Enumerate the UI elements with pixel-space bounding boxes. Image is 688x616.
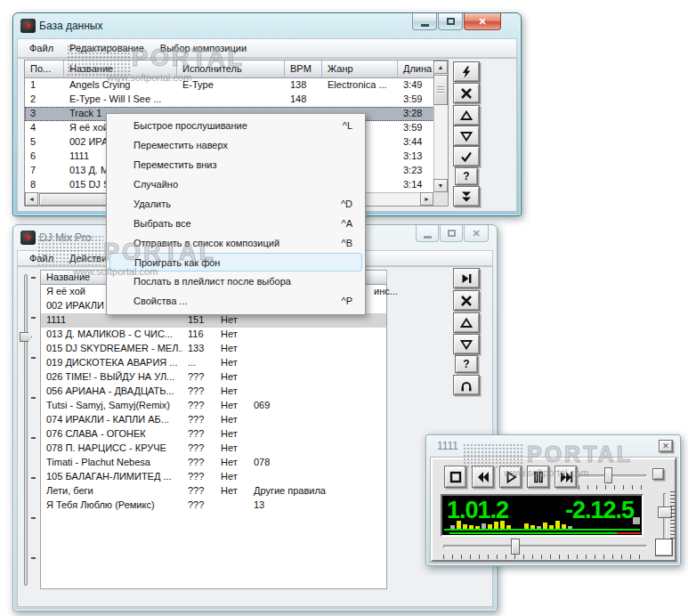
close-x-icon [460, 295, 473, 307]
fast-forward-button[interactable] [554, 466, 577, 488]
column-header-1[interactable]: Название [64, 61, 177, 78]
toolbar-button-dbl-down[interactable] [453, 186, 480, 207]
column-header-5[interactable]: Длина [398, 61, 434, 78]
column-header-2[interactable]: Исполнитель [177, 61, 285, 78]
minimize-button[interactable] [416, 225, 439, 242]
toolbar-button-tri-down[interactable] [453, 334, 480, 354]
maximize-button[interactable] [440, 225, 463, 242]
scrollbar-thumb[interactable] [433, 75, 448, 105]
column-header-0[interactable]: По... [25, 61, 64, 78]
close-button[interactable]: ✕ [464, 13, 501, 30]
maximize-button[interactable] [438, 13, 463, 30]
loop-toggle[interactable] [655, 539, 673, 556]
table-row[interactable]: Я Тебя Люблю (Ремикс)???13 [41, 498, 386, 513]
context-menu-item[interactable]: Быстрое прослушивание^L [107, 116, 365, 135]
cell-pos: 6 [25, 150, 64, 164]
table-row[interactable]: 013 Д. МАЛИКОВ - С ЧИС...116Нет [41, 328, 386, 342]
table-row[interactable]: 015 DJ SKYDREAMER - МЕЛ...133Нет [41, 342, 386, 356]
toolbar-button-check[interactable] [453, 146, 480, 166]
cell-name: Angels Crying [64, 78, 177, 93]
column-header-4[interactable]: Жанр [322, 61, 398, 78]
close-button[interactable]: ✕ [659, 440, 673, 452]
menu-item-Редактирование[interactable]: Редактирование [61, 43, 152, 53]
context-menu-item[interactable]: Отправить в список композиций^B [107, 233, 365, 253]
seek-slider[interactable] [443, 545, 647, 548]
toolbar-button-help[interactable]: ? [455, 355, 478, 373]
cell-name: Tutsi - Samyj, Samyj(Remix) [41, 399, 182, 413]
toolbar-button-tri-up[interactable] [453, 312, 480, 333]
cell-bpm: ??? [182, 456, 215, 470]
column-header-3[interactable]: BPM [285, 61, 322, 78]
toolbar-button-close-x[interactable] [453, 83, 480, 103]
stop-button[interactable] [444, 466, 466, 488]
table-row[interactable]: 076 СЛАВА - ОГОНЕК???Нет [41, 427, 386, 442]
close-button[interactable]: ✕ [464, 225, 489, 242]
cell-bpm: ??? [182, 484, 215, 498]
pause-button[interactable] [527, 466, 549, 488]
menu-item-Файл[interactable]: Файл [21, 253, 61, 263]
cell-extra [248, 442, 387, 456]
context-menu-item[interactable]: Проиграть как фон [109, 253, 362, 272]
slider-ticks [579, 485, 647, 490]
table-row[interactable]: 1111151Нет [41, 313, 386, 328]
cell-bpm: 133 [182, 342, 215, 356]
toolbar-button-tri-up[interactable] [453, 105, 480, 126]
play-button[interactable] [499, 466, 522, 488]
scroll-down-button[interactable]: ▼ [433, 179, 448, 192]
menu-item-label: Послать в плейлист после выбора [134, 276, 291, 287]
table-row[interactable]: Tutsi - Samyj, Samyj(Remix)???Нет069 [41, 399, 386, 413]
cell-net: Нет [215, 456, 248, 470]
scroll-left-button[interactable]: ◄ [25, 192, 38, 206]
context-menu-item[interactable]: Удалить^D [107, 194, 365, 214]
table-row[interactable]: 056 АРИАНА - ДВАДЦАТЬ...???Нет [41, 385, 386, 399]
table-row[interactable]: 105 БАЛАГАН-ЛИМИТЕД ...???Нет [41, 470, 386, 484]
table-row[interactable]: 1Angels CryingE-Type138Electronica ...3:… [25, 78, 434, 93]
pitch-reset-button[interactable] [652, 468, 664, 480]
context-menu-item[interactable]: Свойства ...^P [107, 291, 365, 311]
context-menu-item[interactable]: Выбрать все^A [107, 214, 365, 233]
table-row[interactable]: 019 ДИСКОТЕКА АВАРИЯ ......Нет [41, 356, 386, 370]
toolbar-button-close-x[interactable] [453, 290, 480, 311]
table-row[interactable]: Timati - Plachut Nebesa???Нет078 [41, 456, 386, 470]
menu-item-label: Проиграть как фон [134, 257, 220, 268]
cell-pos: 8 [25, 178, 64, 192]
cell-extra [248, 370, 387, 385]
rewind-button[interactable] [472, 466, 494, 488]
cell-net: Нет [215, 470, 248, 484]
headphones-icon [460, 379, 473, 392]
context-menu-item[interactable]: Послать в плейлист после выбора [107, 272, 365, 291]
toolbar-button-tri-down[interactable] [453, 126, 480, 146]
table-row[interactable]: 2E-Type - Will I See ...1483:59 [25, 93, 434, 107]
desktop: ★ База данных ✕ ФайлРедактированиеВыбор … [0, 0, 688, 616]
table-row[interactable]: 026 TIME! - ВЫЙДУ НА УЛ...???Нет [41, 370, 386, 385]
thumb-grip [437, 86, 444, 94]
table-row[interactable]: 078 П. НАРЦИСС - КРУЧЕ???Нет [41, 442, 386, 456]
menu-item-Выбор композиции[interactable]: Выбор композиции [152, 43, 255, 53]
toolbar-button-lightning[interactable] [453, 61, 480, 82]
context-menu-item[interactable]: Переместить наверх [107, 135, 365, 155]
tri-up-icon [460, 109, 473, 122]
tri-up-icon [460, 317, 473, 329]
scroll-up-button[interactable]: ▲ [433, 61, 448, 74]
cell-name: 078 П. НАРЦИСС - КРУЧЕ [41, 442, 182, 456]
context-menu-item[interactable]: Переместить вниз [107, 155, 365, 174]
seek-slider-handle[interactable] [511, 539, 520, 555]
cell-extra [248, 313, 387, 328]
menu-item-Файл[interactable]: Файл [21, 43, 61, 53]
cell-dur: 3:13 [398, 150, 434, 164]
scroll-right-button[interactable]: ► [420, 192, 433, 206]
pitch-slider-handle[interactable] [604, 467, 612, 483]
minimize-button[interactable] [412, 13, 437, 30]
toolbar-button-help[interactable]: ? [455, 167, 478, 185]
toolbar-button-headphones[interactable] [453, 375, 480, 395]
pitch-slider[interactable] [579, 474, 647, 478]
context-menu-item[interactable]: Случайно [107, 174, 365, 194]
cell-bpm: ??? [182, 442, 215, 456]
table-row[interactable]: 074 ИРАКЛИ - КАПЛИ АБ...???Нет [41, 413, 386, 427]
cell-extra [248, 385, 387, 399]
cell-net: Нет [215, 328, 248, 342]
cell-name: Лети, беги [41, 484, 182, 498]
toolbar-button-skip-end[interactable] [453, 268, 480, 288]
table-row[interactable]: Лети, беги???НетДругие правила [41, 484, 386, 498]
list-position-slider[interactable] [24, 274, 28, 586]
